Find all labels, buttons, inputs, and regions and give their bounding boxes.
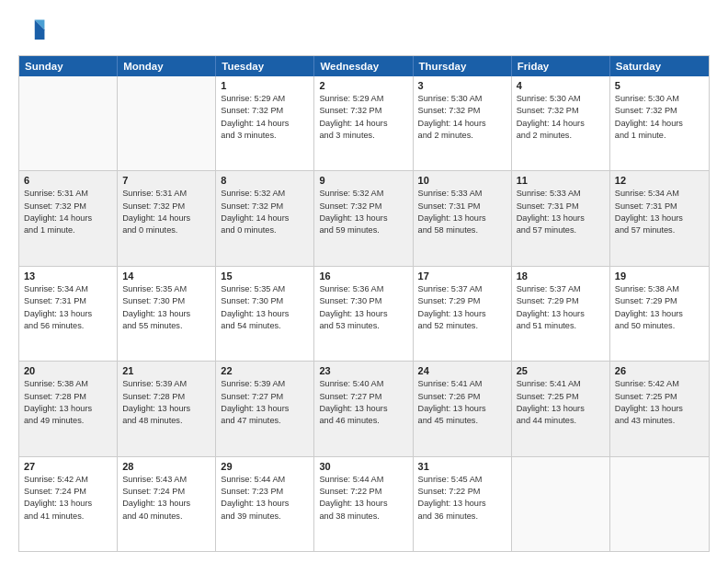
cell-text: Sunrise: 5:45 AM Sunset: 7:22 PM Dayligh… xyxy=(418,474,506,523)
calendar-cell: 14Sunrise: 5:35 AM Sunset: 7:30 PM Dayli… xyxy=(118,267,216,361)
logo xyxy=(18,17,51,46)
day-number: 4 xyxy=(517,80,605,91)
calendar-cell: 21Sunrise: 5:39 AM Sunset: 7:28 PM Dayli… xyxy=(118,362,216,455)
day-number: 13 xyxy=(24,270,112,282)
weekday-header: Wednesday xyxy=(314,56,413,76)
logo-icon xyxy=(18,17,48,46)
weekday-header: Monday xyxy=(118,56,216,76)
cell-text: Sunrise: 5:35 AM Sunset: 7:30 PM Dayligh… xyxy=(221,283,309,332)
calendar-cell: 17Sunrise: 5:37 AM Sunset: 7:29 PM Dayli… xyxy=(414,267,512,361)
cell-text: Sunrise: 5:41 AM Sunset: 7:25 PM Dayligh… xyxy=(517,378,605,427)
calendar-cell: 27Sunrise: 5:42 AM Sunset: 7:24 PM Dayli… xyxy=(19,457,118,551)
header xyxy=(18,17,710,46)
day-number: 14 xyxy=(122,270,210,282)
calendar-header: SundayMondayTuesdayWednesdayThursdayFrid… xyxy=(19,56,709,76)
cell-text: Sunrise: 5:31 AM Sunset: 7:32 PM Dayligh… xyxy=(24,188,112,236)
calendar-row: 1Sunrise: 5:29 AM Sunset: 7:32 PM Daylig… xyxy=(19,76,709,171)
cell-text: Sunrise: 5:34 AM Sunset: 7:31 PM Dayligh… xyxy=(615,188,704,236)
day-number: 15 xyxy=(221,270,309,282)
calendar-cell: 10Sunrise: 5:33 AM Sunset: 7:31 PM Dayli… xyxy=(414,171,512,265)
cell-text: Sunrise: 5:30 AM Sunset: 7:32 PM Dayligh… xyxy=(615,93,704,142)
calendar-cell xyxy=(512,457,610,551)
weekday-header: Tuesday xyxy=(216,56,314,76)
cell-text: Sunrise: 5:33 AM Sunset: 7:31 PM Dayligh… xyxy=(517,188,605,236)
cell-text: Sunrise: 5:38 AM Sunset: 7:28 PM Dayligh… xyxy=(24,378,112,427)
calendar-body: 1Sunrise: 5:29 AM Sunset: 7:32 PM Daylig… xyxy=(19,76,709,551)
day-number: 11 xyxy=(517,175,605,186)
calendar-cell xyxy=(610,457,709,551)
day-number: 17 xyxy=(418,270,506,282)
calendar-cell: 31Sunrise: 5:45 AM Sunset: 7:22 PM Dayli… xyxy=(414,457,512,551)
cell-text: Sunrise: 5:44 AM Sunset: 7:22 PM Dayligh… xyxy=(319,474,407,523)
day-number: 29 xyxy=(221,461,309,472)
calendar-row: 13Sunrise: 5:34 AM Sunset: 7:31 PM Dayli… xyxy=(19,267,709,362)
weekday-header: Thursday xyxy=(414,56,512,76)
day-number: 18 xyxy=(517,270,605,282)
calendar-row: 6Sunrise: 5:31 AM Sunset: 7:32 PM Daylig… xyxy=(19,171,709,266)
calendar-cell: 6Sunrise: 5:31 AM Sunset: 7:32 PM Daylig… xyxy=(19,171,118,265)
day-number: 6 xyxy=(24,175,112,186)
day-number: 3 xyxy=(418,80,506,91)
calendar-cell: 25Sunrise: 5:41 AM Sunset: 7:25 PM Dayli… xyxy=(512,362,610,455)
calendar-cell: 2Sunrise: 5:29 AM Sunset: 7:32 PM Daylig… xyxy=(314,76,413,170)
day-number: 2 xyxy=(319,80,407,91)
calendar-cell: 29Sunrise: 5:44 AM Sunset: 7:23 PM Dayli… xyxy=(216,457,314,551)
day-number: 21 xyxy=(122,365,210,376)
cell-text: Sunrise: 5:44 AM Sunset: 7:23 PM Dayligh… xyxy=(221,474,309,523)
calendar-cell: 16Sunrise: 5:36 AM Sunset: 7:30 PM Dayli… xyxy=(314,267,413,361)
day-number: 27 xyxy=(24,461,112,472)
calendar-cell: 28Sunrise: 5:43 AM Sunset: 7:24 PM Dayli… xyxy=(118,457,216,551)
cell-text: Sunrise: 5:42 AM Sunset: 7:25 PM Dayligh… xyxy=(615,378,704,427)
cell-text: Sunrise: 5:34 AM Sunset: 7:31 PM Dayligh… xyxy=(24,283,112,332)
cell-text: Sunrise: 5:39 AM Sunset: 7:28 PM Dayligh… xyxy=(122,378,210,427)
calendar-cell: 7Sunrise: 5:31 AM Sunset: 7:32 PM Daylig… xyxy=(118,171,216,265)
calendar-cell: 19Sunrise: 5:38 AM Sunset: 7:29 PM Dayli… xyxy=(610,267,709,361)
cell-text: Sunrise: 5:42 AM Sunset: 7:24 PM Dayligh… xyxy=(24,474,112,523)
cell-text: Sunrise: 5:29 AM Sunset: 7:32 PM Dayligh… xyxy=(319,93,407,142)
calendar-cell: 23Sunrise: 5:40 AM Sunset: 7:27 PM Dayli… xyxy=(314,362,413,455)
calendar-cell: 11Sunrise: 5:33 AM Sunset: 7:31 PM Dayli… xyxy=(512,171,610,265)
cell-text: Sunrise: 5:29 AM Sunset: 7:32 PM Dayligh… xyxy=(221,93,309,142)
cell-text: Sunrise: 5:35 AM Sunset: 7:30 PM Dayligh… xyxy=(122,283,210,332)
day-number: 25 xyxy=(517,365,605,376)
weekday-header: Saturday xyxy=(610,56,709,76)
day-number: 8 xyxy=(221,175,309,186)
calendar-cell: 22Sunrise: 5:39 AM Sunset: 7:27 PM Dayli… xyxy=(216,362,314,455)
cell-text: Sunrise: 5:37 AM Sunset: 7:29 PM Dayligh… xyxy=(418,283,506,332)
calendar-row: 27Sunrise: 5:42 AM Sunset: 7:24 PM Dayli… xyxy=(19,457,709,551)
calendar-cell: 26Sunrise: 5:42 AM Sunset: 7:25 PM Dayli… xyxy=(610,362,709,455)
cell-text: Sunrise: 5:32 AM Sunset: 7:32 PM Dayligh… xyxy=(221,188,309,236)
calendar-cell: 30Sunrise: 5:44 AM Sunset: 7:22 PM Dayli… xyxy=(314,457,413,551)
day-number: 22 xyxy=(221,365,309,376)
day-number: 16 xyxy=(319,270,407,282)
day-number: 9 xyxy=(319,175,407,186)
calendar-row: 20Sunrise: 5:38 AM Sunset: 7:28 PM Dayli… xyxy=(19,362,709,456)
day-number: 5 xyxy=(615,80,704,91)
page: SundayMondayTuesdayWednesdayThursdayFrid… xyxy=(0,0,728,563)
cell-text: Sunrise: 5:32 AM Sunset: 7:32 PM Dayligh… xyxy=(319,188,407,236)
cell-text: Sunrise: 5:41 AM Sunset: 7:26 PM Dayligh… xyxy=(418,378,506,427)
cell-text: Sunrise: 5:38 AM Sunset: 7:29 PM Dayligh… xyxy=(615,283,704,332)
calendar-cell: 1Sunrise: 5:29 AM Sunset: 7:32 PM Daylig… xyxy=(216,76,314,170)
cell-text: Sunrise: 5:33 AM Sunset: 7:31 PM Dayligh… xyxy=(418,188,506,236)
calendar: SundayMondayTuesdayWednesdayThursdayFrid… xyxy=(18,55,710,552)
calendar-cell: 5Sunrise: 5:30 AM Sunset: 7:32 PM Daylig… xyxy=(610,76,709,170)
day-number: 31 xyxy=(418,461,506,472)
weekday-header: Sunday xyxy=(19,56,118,76)
calendar-cell: 15Sunrise: 5:35 AM Sunset: 7:30 PM Dayli… xyxy=(216,267,314,361)
calendar-cell: 12Sunrise: 5:34 AM Sunset: 7:31 PM Dayli… xyxy=(610,171,709,265)
day-number: 30 xyxy=(319,461,407,472)
day-number: 26 xyxy=(615,365,704,376)
day-number: 28 xyxy=(122,461,210,472)
cell-text: Sunrise: 5:31 AM Sunset: 7:32 PM Dayligh… xyxy=(122,188,210,236)
day-number: 23 xyxy=(319,365,407,376)
calendar-cell xyxy=(118,76,216,170)
calendar-cell: 13Sunrise: 5:34 AM Sunset: 7:31 PM Dayli… xyxy=(19,267,118,361)
calendar-cell: 9Sunrise: 5:32 AM Sunset: 7:32 PM Daylig… xyxy=(314,171,413,265)
cell-text: Sunrise: 5:39 AM Sunset: 7:27 PM Dayligh… xyxy=(221,378,309,427)
cell-text: Sunrise: 5:37 AM Sunset: 7:29 PM Dayligh… xyxy=(517,283,605,332)
day-number: 10 xyxy=(418,175,506,186)
day-number: 7 xyxy=(122,175,210,186)
day-number: 19 xyxy=(615,270,704,282)
calendar-cell: 8Sunrise: 5:32 AM Sunset: 7:32 PM Daylig… xyxy=(216,171,314,265)
